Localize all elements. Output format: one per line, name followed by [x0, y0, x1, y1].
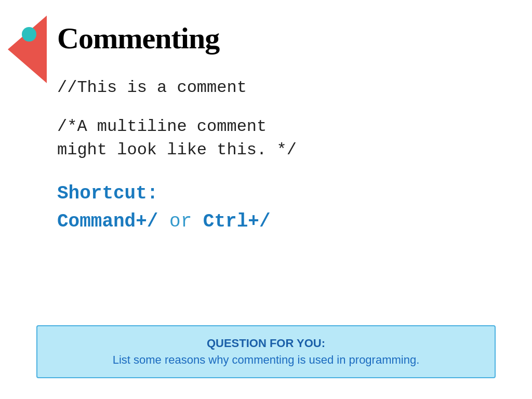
- multiline-line2: might look like this. */: [57, 140, 297, 159]
- slide: Commenting //This is a comment /*A multi…: [0, 0, 532, 399]
- single-comment-code: //This is a comment: [57, 76, 496, 100]
- question-label: QUESTION FOR YOU:: [53, 337, 479, 350]
- page-title: Commenting: [57, 21, 219, 56]
- content-area: //This is a comment /*A multiline commen…: [57, 76, 496, 236]
- shortcut-label: Shortcut:: [57, 183, 158, 204]
- circle-dot-icon: [22, 27, 36, 42]
- shortcut-cmd: Command+/: [57, 211, 158, 232]
- shortcut-block: Shortcut: Command+/ or Ctrl+/: [57, 180, 496, 236]
- multiline-line1: /*A multiline comment: [57, 117, 267, 136]
- arrow-icon: [8, 16, 47, 83]
- shortcut-or: or: [158, 211, 203, 232]
- shortcut-label-line: Shortcut:: [57, 180, 496, 208]
- header: Commenting: [57, 21, 496, 56]
- multiline-comment-code: /*A multiline comment might look like th…: [57, 115, 496, 162]
- question-box: QUESTION FOR YOU: List some reasons why …: [36, 325, 496, 378]
- shortcut-ctrl: Ctrl+/: [203, 211, 271, 232]
- shortcut-keys-line: Command+/ or Ctrl+/: [57, 208, 496, 236]
- question-text: List some reasons why commenting is used…: [53, 353, 479, 367]
